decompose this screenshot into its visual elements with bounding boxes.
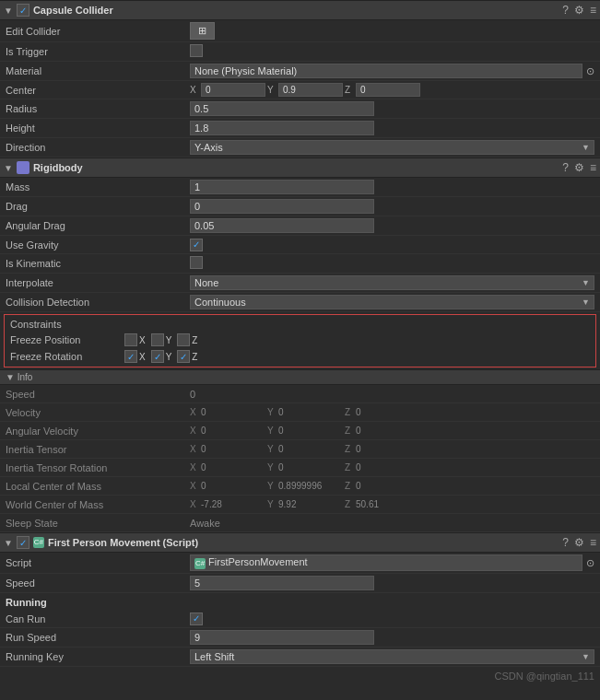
- collapse-arrow[interactable]: ▼: [4, 6, 13, 16]
- freeze-pos-y-item: Y: [151, 333, 172, 346]
- script-field[interactable]: C# FirstPersonMovement: [190, 554, 582, 571]
- inertia-tensor-row: Inertia Tensor X 0 Y 0 Z 0: [0, 440, 600, 459]
- use-gravity-checkbox[interactable]: [190, 239, 203, 251]
- fpm-collapse-arrow[interactable]: ▼: [4, 538, 13, 548]
- is-kinematic-label: Is Kinematic: [6, 258, 190, 269]
- help-icon[interactable]: ?: [562, 4, 569, 17]
- collision-detection-dropdown-arrow: ▼: [582, 298, 590, 307]
- freeze-pos-z-checkbox[interactable]: [177, 333, 190, 346]
- mass-value: [190, 180, 594, 194]
- center-x-input[interactable]: [201, 83, 265, 97]
- velocity-x-label: X: [190, 407, 199, 417]
- rigidbody-help-icon[interactable]: ?: [562, 161, 569, 174]
- velocity-row: Velocity X 0 Y 0 Z 0: [0, 403, 600, 422]
- rigidbody-settings-icon[interactable]: ⚙: [574, 161, 584, 174]
- it-z-val: 0: [356, 444, 420, 454]
- freeze-pos-z-label: Z: [192, 335, 197, 345]
- speed-row: Speed 0: [0, 385, 600, 403]
- component-enabled-checkbox[interactable]: [17, 4, 29, 17]
- inertia-tensor-rotation-label: Inertia Tensor Rotation: [6, 462, 190, 473]
- rigidbody-menu-icon[interactable]: ≡: [590, 161, 596, 174]
- fpm-header-icons: ? ⚙ ≡: [562, 536, 596, 549]
- collision-detection-dropdown[interactable]: Continuous ▼: [190, 295, 594, 309]
- velocity-z-val: 0: [356, 407, 420, 417]
- lcom-z-item: Z 0: [345, 481, 420, 491]
- rigidbody-title: Rigidbody: [33, 162, 559, 173]
- velocity-label: Velocity: [6, 407, 190, 418]
- drag-input[interactable]: [190, 199, 374, 214]
- capsule-collider-title: Capsule Collider: [33, 5, 559, 16]
- material-value-area: None (Physic Material) ⊙: [190, 64, 594, 78]
- can-run-value: [190, 612, 594, 625]
- mass-row: Mass: [0, 178, 600, 197]
- radius-input[interactable]: [190, 101, 374, 116]
- it-x-item: X 0: [190, 444, 265, 454]
- center-y-input[interactable]: [278, 83, 343, 97]
- script-target-icon[interactable]: ⊙: [586, 557, 594, 569]
- script-row: Script C# FirstPersonMovement ⊙: [0, 553, 600, 574]
- center-z-item: Z: [345, 83, 420, 97]
- is-kinematic-row: Is Kinematic: [0, 254, 600, 274]
- material-field[interactable]: None (Physic Material): [190, 64, 582, 78]
- freeze-pos-z-item: Z: [177, 333, 197, 346]
- speed-value: 0: [190, 389, 594, 400]
- use-gravity-value: [190, 239, 594, 251]
- lcom-z-val: 0: [356, 481, 420, 491]
- velocity-y-item: Y 0: [267, 407, 343, 417]
- center-x-label: X: [190, 85, 199, 95]
- freeze-rot-y-item: Y: [151, 350, 172, 363]
- run-speed-row: Run Speed: [0, 628, 600, 648]
- itr-z-item: Z 0: [345, 462, 420, 472]
- fpm-settings-icon[interactable]: ⚙: [574, 536, 584, 549]
- fpm-help-icon[interactable]: ?: [562, 536, 569, 549]
- freeze-rot-z-checkbox[interactable]: [177, 350, 190, 363]
- run-speed-value: [190, 630, 594, 645]
- menu-icon[interactable]: ≡: [590, 4, 596, 17]
- freeze-rot-x-checkbox[interactable]: [124, 350, 137, 363]
- inertia-tensor-xyz: X 0 Y 0 Z 0: [190, 444, 594, 454]
- height-input[interactable]: [190, 121, 374, 135]
- rigidbody-collapse-arrow[interactable]: ▼: [4, 163, 13, 173]
- center-z-input[interactable]: [356, 83, 420, 97]
- rigidbody-icon: [17, 161, 29, 174]
- direction-dropdown-arrow: ▼: [582, 143, 590, 152]
- drag-label: Drag: [6, 201, 190, 212]
- lcom-y-label: Y: [267, 481, 276, 491]
- is-trigger-checkbox[interactable]: [190, 44, 203, 57]
- is-kinematic-checkbox[interactable]: [190, 256, 203, 269]
- is-trigger-row: Is Trigger: [0, 42, 600, 62]
- running-key-dropdown[interactable]: Left Shift ▼: [190, 649, 594, 664]
- freeze-rot-x-label: X: [139, 352, 146, 362]
- direction-dropdown[interactable]: Y-Axis ▼: [190, 140, 594, 155]
- ang-vel-z-label: Z: [345, 426, 354, 436]
- lcom-z-label: Z: [345, 481, 354, 491]
- mass-input[interactable]: [190, 180, 374, 194]
- ang-vel-x-val: 0: [201, 426, 265, 436]
- interpolate-row: Interpolate None ▼: [0, 274, 600, 293]
- freeze-pos-x-checkbox[interactable]: [124, 333, 137, 346]
- can-run-checkbox[interactable]: [190, 612, 203, 625]
- direction-dropdown-text: Y-Axis: [194, 142, 223, 153]
- rigidbody-header-icons: ? ⚙ ≡: [562, 161, 596, 174]
- material-target-icon[interactable]: ⊙: [586, 65, 594, 77]
- freeze-pos-y-checkbox[interactable]: [151, 333, 164, 346]
- freeze-rotation-row: Freeze Rotation X Y Z: [6, 348, 594, 365]
- drag-value: [190, 199, 594, 214]
- interpolate-dropdown[interactable]: None ▼: [190, 275, 594, 290]
- angular-drag-input[interactable]: [190, 218, 374, 233]
- center-y-item: Y: [267, 83, 343, 97]
- info-collapse-arrow[interactable]: ▼: [6, 372, 15, 382]
- angular-velocity-row: Angular Velocity X 0 Y 0 Z 0: [0, 422, 600, 440]
- fpm-speed-input[interactable]: [190, 576, 374, 590]
- freeze-rot-y-checkbox[interactable]: [151, 350, 164, 363]
- freeze-rot-x-item: X: [124, 350, 146, 363]
- interpolate-label: Interpolate: [6, 277, 190, 288]
- it-y-val: 0: [278, 444, 343, 454]
- edit-collider-button[interactable]: ⊞: [190, 22, 215, 40]
- itr-y-item: Y 0: [267, 462, 343, 472]
- fpm-menu-icon[interactable]: ≡: [590, 536, 596, 549]
- fpm-enabled-checkbox[interactable]: [17, 536, 29, 549]
- settings-icon[interactable]: ⚙: [574, 4, 584, 17]
- lcom-y-val: 0.8999996: [278, 481, 343, 491]
- run-speed-input[interactable]: [190, 630, 374, 645]
